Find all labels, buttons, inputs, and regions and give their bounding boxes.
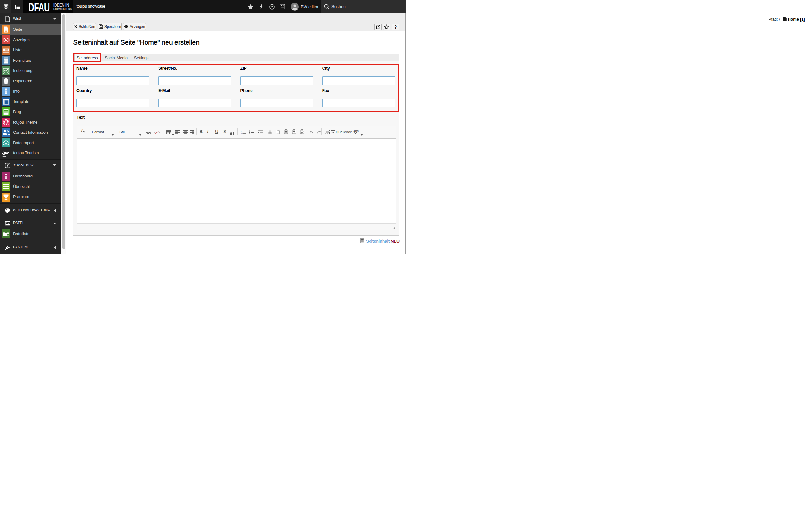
svg-text:T: T [81,128,83,132]
svg-text:2: 2 [241,133,242,135]
svg-text:?: ? [271,5,273,9]
svg-text:1: 1 [241,130,242,132]
svg-text:ABC: ABC [353,130,359,132]
